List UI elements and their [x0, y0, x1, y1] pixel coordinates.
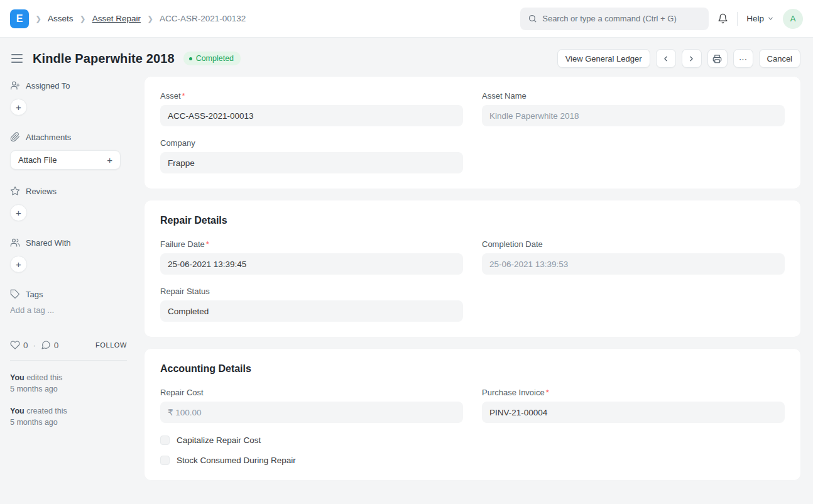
breadcrumb-assets[interactable]: Assets [48, 14, 74, 23]
company-field: Company Frappe [160, 138, 463, 173]
divider [10, 360, 127, 361]
top-navbar: E ❯ Assets ❯ Asset Repair ❯ ACC-ASR-2021… [0, 0, 813, 38]
chevron-right-icon: ❯ [35, 14, 41, 23]
status-badge: Completed [183, 52, 241, 65]
users-icon [10, 238, 20, 248]
document-sidebar: Assigned To + Attachments Attach File + [10, 77, 145, 500]
completion-date-input: 25-06-2021 13:39:53 [482, 253, 785, 275]
avatar[interactable]: A [783, 9, 803, 29]
user-plus-icon [10, 80, 20, 90]
chevron-right-icon: ❯ [80, 14, 86, 23]
repair-cost-field: Repair Cost ₹ 100.00 [160, 388, 463, 423]
breadcrumb-asset-repair[interactable]: Asset Repair [92, 14, 141, 23]
follow-button[interactable]: FOLLOW [95, 341, 127, 349]
purchase-invoice-input[interactable]: PINV-21-00004 [482, 402, 785, 423]
divider [737, 12, 738, 26]
capitalize-repair-cost-checkbox-row[interactable]: Capitalize Repair Cost [160, 436, 785, 445]
help-menu[interactable]: Help [746, 14, 774, 23]
asset-name-label: Asset Name [482, 91, 785, 101]
paperclip-icon [10, 132, 20, 142]
menu-ellipsis-button[interactable]: ··· [733, 49, 753, 68]
activity-entry: You edited this 5 months ago [10, 372, 145, 395]
reviews-label: Reviews [26, 187, 57, 196]
likes-count: 0 [23, 341, 28, 350]
stock-consumed-checkbox-row[interactable]: Stock Consumed During Repair [160, 456, 785, 465]
required-marker: * [206, 239, 209, 249]
bell-icon [718, 13, 728, 24]
required-marker: * [182, 91, 185, 101]
company-input[interactable]: Frappe [160, 152, 463, 173]
like-button[interactable]: 0 [10, 340, 28, 350]
comments-button[interactable]: 0 [41, 340, 59, 350]
app-logo[interactable]: E [10, 9, 29, 28]
repair-details-title: Repair Details [160, 215, 785, 226]
failure-date-input[interactable]: 25-06-2021 13:39:45 [160, 253, 463, 275]
asset-name-field: Asset Name Kindle Paperwhite 2018 [482, 91, 785, 126]
page-header: Kindle Paperwhite 2018 Completed View Ge… [0, 38, 813, 77]
assigned-to-label: Assigned To [26, 81, 70, 90]
global-search[interactable] [520, 8, 709, 30]
tags-label: Tags [26, 290, 43, 299]
repair-details-card: Repair Details Failure Date* 25-06-2021 … [145, 200, 800, 337]
sidebar-toggle-button[interactable] [10, 52, 24, 66]
tag-icon [10, 289, 20, 299]
asset-input[interactable]: ACC-ASS-2021-00013 [160, 105, 463, 126]
repair-cost-label: Repair Cost [160, 388, 463, 397]
repair-status-select[interactable]: Completed [160, 300, 463, 322]
capitalize-repair-cost-checkbox[interactable] [160, 436, 170, 445]
asset-name-input: Kindle Paperwhite 2018 [482, 105, 785, 126]
search-input[interactable] [542, 14, 701, 23]
completion-date-field: Completion Date 25-06-2021 13:39:53 [482, 239, 785, 275]
add-tag-input[interactable]: Add a tag ... [10, 305, 145, 315]
attach-file-label: Attach File [18, 155, 57, 165]
printer-icon [712, 54, 722, 63]
activity-time: 5 months ago [10, 418, 58, 427]
search-icon [528, 14, 537, 23]
chevron-down-icon [767, 15, 774, 22]
add-assignment-button[interactable]: + [10, 99, 27, 116]
page-title: Kindle Paperwhite 2018 [33, 52, 175, 66]
activity-entry: You created this 5 months ago [10, 405, 145, 428]
previous-document-button[interactable] [656, 49, 676, 68]
view-general-ledger-button[interactable]: View General Ledger [557, 49, 650, 68]
notifications-button[interactable] [718, 13, 728, 24]
repair-status-field: Repair Status Completed [160, 287, 463, 322]
social-row: 0 · 0 FOLLOW [10, 340, 127, 350]
asset-section-card: Asset* ACC-ASS-2021-00013 Asset Name Kin… [145, 77, 800, 189]
stock-consumed-checkbox[interactable] [160, 456, 170, 465]
shared-with-label: Shared With [26, 238, 71, 248]
completion-date-label: Completion Date [482, 239, 785, 249]
add-share-button[interactable]: + [10, 256, 27, 273]
next-document-button[interactable] [682, 49, 702, 68]
cancel-button[interactable]: Cancel [759, 49, 800, 68]
chevron-right-icon: ❯ [147, 14, 153, 23]
repair-cost-input: ₹ 100.00 [160, 402, 463, 423]
activity-action: created this [26, 407, 67, 415]
accounting-details-card: Accounting Details Repair Cost ₹ 100.00 … [145, 349, 800, 480]
activity-time: 5 months ago [10, 385, 58, 393]
print-button[interactable] [707, 49, 728, 68]
breadcrumb: E ❯ Assets ❯ Asset Repair ❯ ACC-ASR-2021… [10, 9, 246, 28]
heart-icon [10, 340, 20, 350]
help-label: Help [746, 14, 764, 23]
stock-consumed-label: Stock Consumed During Repair [177, 456, 296, 465]
asset-label: Asset [160, 91, 181, 101]
company-label: Company [160, 138, 463, 148]
dot-separator: · [33, 341, 36, 350]
repair-status-label: Repair Status [160, 287, 463, 296]
add-review-button[interactable]: + [10, 204, 27, 221]
form-body: Asset* ACC-ASS-2021-00013 Asset Name Kin… [145, 77, 800, 500]
required-marker: * [546, 388, 549, 397]
comments-count: 0 [54, 341, 59, 350]
status-badge-label: Completed [196, 54, 234, 63]
comment-icon [41, 340, 51, 350]
attach-file-button[interactable]: Attach File + [10, 150, 121, 170]
activity-action: edited this [26, 373, 62, 382]
breadcrumb-current-doc: ACC-ASR-2021-00132 [160, 14, 246, 23]
activity-actor: You [10, 407, 25, 415]
purchase-invoice-field: Purchase Invoice* PINV-21-00004 [482, 388, 785, 423]
failure-date-label: Failure Date [160, 239, 205, 249]
asset-field: Asset* ACC-ASS-2021-00013 [160, 91, 463, 126]
plus-icon: + [107, 155, 112, 165]
activity-actor: You [10, 373, 25, 382]
